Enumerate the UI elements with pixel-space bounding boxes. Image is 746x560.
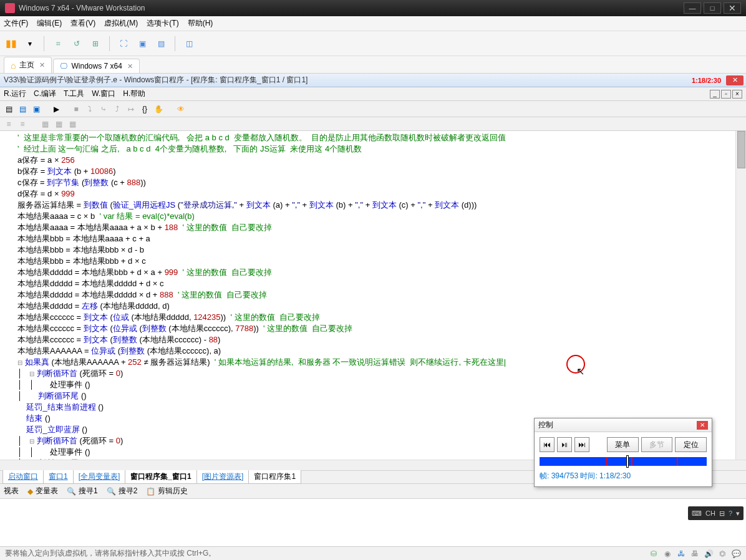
code-line[interactable]: 延罚_结束当前进程 () (17, 402, 746, 413)
code-line[interactable]: 本地结果bbb = 本地结果aaaa + c + a (17, 233, 746, 244)
vertical-scrollbar[interactable] (735, 131, 746, 470)
prev-frame-button[interactable]: ⏮ (540, 437, 555, 452)
outdent-button[interactable]: ≡ (16, 118, 29, 130)
control-panel-titlebar[interactable]: 控制 ✕ (535, 418, 712, 432)
thumbnail-button[interactable]: ▤ (153, 36, 168, 51)
menu-run[interactable]: R.运行 (4, 89, 26, 99)
lang-options-icon[interactable]: ▾ (736, 509, 740, 518)
indent-button[interactable]: ≡ (2, 118, 15, 130)
hand-button[interactable]: ✋ (152, 103, 165, 115)
menu-file[interactable]: 文件(F) (4, 18, 28, 29)
code-line[interactable]: a保存 = a × 256 (17, 155, 746, 166)
language-label[interactable]: CH (705, 509, 715, 517)
tab-global-vars[interactable]: [全局变量表] (73, 470, 126, 484)
code-line[interactable]: ' 经过上面 这一句汇编 之后, a b c d 4个变量为随机整数, 下面的 … (17, 143, 746, 155)
code-line[interactable]: 本地结果ddddd = 左移 (本地结果ddddd, d) (17, 301, 746, 312)
console-button[interactable]: ◫ (182, 36, 196, 51)
status-view[interactable]: 视表 (4, 486, 19, 496)
power-dropdown[interactable]: ▾ (22, 36, 37, 51)
code-line[interactable]: 本地结果bbb = 本地结果bbb + d × c (17, 256, 746, 267)
tab-window-program-set[interactable]: 窗口程序集_窗口1 (125, 470, 196, 484)
stop-button[interactable]: ■ (70, 103, 82, 115)
code-line[interactable]: 服务器运算结果 = 到数值 (验证_调用远程JS ("登录成功运算," + 到文… (17, 200, 746, 211)
tab-window-program-set-1[interactable]: 窗口程序集1 (248, 470, 301, 484)
code-line[interactable]: ⊟如果真 (本地结果AAAAAA + 252 ≠ 服务器运算结果) ' 如果本地… (17, 357, 746, 368)
minimize-button[interactable]: — (684, 2, 701, 14)
code-line[interactable]: │ ⊟判断循环首 (死循环 = 0) (17, 368, 746, 379)
close-button[interactable]: ✕ (724, 2, 741, 14)
message-icon[interactable]: 💬 (731, 549, 741, 559)
menu-tools[interactable]: T.工具 (64, 89, 84, 99)
code-line[interactable]: 本地结果cccccc = 到文本 (位异或 (到整数 (本地结果cccccc),… (17, 323, 746, 334)
close-icon[interactable]: ✕ (39, 61, 45, 69)
status-vars[interactable]: ◆变量表 (27, 486, 58, 496)
locate-button[interactable]: 定位 (675, 437, 707, 452)
layout2-button[interactable]: ▦ (52, 118, 65, 130)
menu-help[interactable]: H.帮助 (123, 89, 145, 99)
step-over-button[interactable]: ⤵ (84, 103, 96, 115)
menu-compile[interactable]: C.编译 (34, 89, 56, 99)
menu-help[interactable]: 帮助(H) (188, 18, 213, 29)
find-button[interactable]: 👁 (175, 103, 187, 115)
tab-image-resources[interactable]: [图片资源表] (196, 470, 249, 484)
step-out-button[interactable]: ⤴ (111, 103, 124, 115)
ide-close-button[interactable]: ✕ (726, 75, 744, 85)
step-into-button[interactable]: ⤷ (97, 103, 110, 115)
multi-section-button[interactable]: 多节 (641, 437, 673, 452)
snapshot-revert-button[interactable]: ↺ (69, 36, 84, 51)
code-line[interactable]: 本地结果bbb = 本地结果bbb × d - b (17, 244, 746, 256)
mdi-close[interactable]: × (732, 90, 742, 99)
layout1-button[interactable]: ▦ (39, 118, 51, 130)
continue-button[interactable]: ↦ (125, 103, 137, 115)
save-button[interactable]: ▣ (30, 103, 42, 115)
code-line[interactable]: 本地结果cccccc = 到文本 (位或 (本地结果ddddd, 124235)… (17, 312, 746, 323)
code-line[interactable]: 本地结果ddddd = 本地结果ddddd + d × c (17, 278, 746, 289)
printer-icon[interactable]: 🖶 (690, 549, 700, 559)
new-button[interactable]: ▤ (2, 103, 15, 115)
code-line[interactable]: c保存 = 到字节集 (到整数 (c + 888)) (17, 177, 746, 188)
code-line[interactable]: │ │ 处理事件 () (17, 379, 746, 390)
layout3-button[interactable]: ▦ (66, 118, 79, 130)
menu-tabs[interactable]: 选项卡(T) (147, 18, 178, 29)
code-line[interactable]: │ 判断循环尾 () (17, 390, 746, 402)
open-button[interactable]: ▤ (16, 103, 29, 115)
tab-window1[interactable]: 窗口1 (43, 470, 74, 484)
power-button[interactable]: ▮▮ (4, 36, 19, 51)
braces-button[interactable]: {} (138, 103, 151, 115)
tab-vm[interactable]: 🖵 Windows 7 x64 ✕ (53, 59, 139, 73)
mdi-minimize[interactable]: _ (710, 90, 720, 99)
usb-icon[interactable]: ⏣ (717, 549, 727, 559)
menu-vm[interactable]: 虚拟机(M) (104, 18, 138, 29)
close-icon[interactable]: ✕ (697, 421, 708, 430)
menu-view[interactable]: 查看(V) (70, 18, 95, 29)
menu-button[interactable]: 菜单 (607, 437, 639, 452)
hdd-icon[interactable]: ⛁ (649, 549, 659, 559)
fullscreen-button[interactable]: ⛶ (116, 36, 131, 51)
tab-startup-window[interactable]: 启动窗口 (2, 470, 44, 484)
status-search1[interactable]: 🔍搜寻1 (67, 486, 98, 496)
status-clip-history[interactable]: 📋剪辑历史 (146, 486, 188, 496)
lang-tool-icon[interactable]: ⊟ (719, 509, 725, 518)
code-line[interactable]: b保存 = 到文本 (b + 10086) (17, 166, 746, 177)
lang-help-icon[interactable]: ? (729, 509, 732, 517)
run-button[interactable]: ▶ (50, 103, 62, 115)
code-line[interactable]: 本地结果cccccc = 到文本 (到整数 (本地结果cccccc) - 88) (17, 334, 746, 345)
timeline-slider[interactable] (540, 457, 707, 466)
status-search2[interactable]: 🔍搜寻2 (107, 486, 138, 496)
cd-icon[interactable]: ◉ (662, 549, 672, 559)
menu-window[interactable]: W.窗口 (92, 89, 115, 99)
next-frame-button[interactable]: ⏭ (574, 437, 589, 452)
mdi-restore[interactable]: ▫ (721, 90, 731, 99)
scroll-thumb[interactable] (737, 131, 745, 168)
sound-icon[interactable]: 🔊 (704, 549, 714, 559)
unity-button[interactable]: ▣ (135, 36, 150, 51)
menu-edit[interactable]: 编辑(E) (37, 18, 62, 29)
code-line[interactable]: 本地结果AAAAAA = 位异或 (到整数 (本地结果cccccc), a) (17, 345, 746, 357)
close-icon[interactable]: ✕ (127, 62, 133, 70)
control-panel[interactable]: 控制 ✕ ⏮ ⏯ ⏭ 菜单 多节 定位 帧: 394/753 时间: 1:18/… (534, 418, 712, 487)
code-line[interactable]: 本地结果aaaa = c × b ' var 结果 = eval(c)*eval… (17, 211, 746, 222)
language-bar[interactable]: ⌨ CH ⊟ ? ▾ (688, 506, 744, 520)
maximize-button[interactable]: □ (704, 2, 721, 14)
code-line[interactable]: d保存 = d × 999 (17, 188, 746, 200)
code-line[interactable]: 本地结果aaaa = 本地结果aaaa + a × b + 188 ' 这里的数… (17, 222, 746, 233)
